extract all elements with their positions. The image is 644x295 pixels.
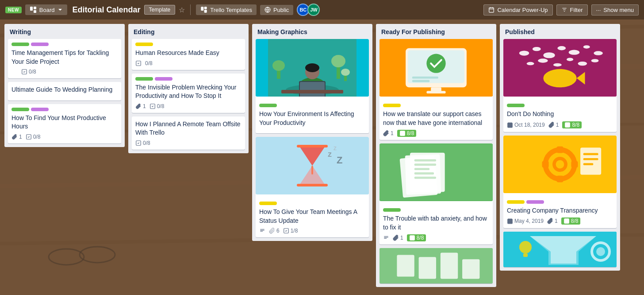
svg-point-28 (272, 60, 285, 71)
svg-rect-14 (204, 10, 207, 13)
card-pub2-date: May 4, 2019 (507, 218, 544, 224)
svg-rect-98 (556, 146, 563, 153)
column-ready-publishing-title: Ready For Publishing (381, 28, 445, 35)
filter-button[interactable]: Filter (556, 4, 588, 16)
card-mg2-title: How To Give Your Team Meetings A Status … (259, 208, 365, 225)
card-pub3[interactable] (503, 232, 617, 267)
card-rp3[interactable] (380, 248, 493, 283)
card-pub1-image (503, 39, 617, 97)
card-pub3-image (503, 232, 617, 267)
svg-rect-71 (441, 253, 458, 279)
svg-point-80 (594, 51, 603, 55)
svg-point-82 (538, 58, 548, 62)
column-editing-header: Editing (128, 24, 249, 39)
trello-templates-label: Trello Templates (210, 7, 252, 13)
svg-rect-100 (542, 161, 549, 167)
card-w3-labels (12, 108, 118, 111)
card-e2[interactable]: The Invisible Problem Wrecking Your Prod… (132, 74, 245, 113)
svg-rect-54 (412, 80, 429, 82)
card-mg2-desc (259, 228, 265, 234)
column-making-graphics-header: Making Graphics (252, 24, 372, 39)
trello-templates-button[interactable]: Trello Templates (196, 4, 257, 15)
public-button[interactable]: Public (260, 5, 293, 15)
card-w1-meta: 0/8 (12, 69, 118, 75)
card-pub2-checklist-complete: 8/8 (561, 217, 581, 225)
card-pub1-attachment: 1 (548, 122, 559, 128)
svg-rect-117 (523, 253, 528, 257)
card-rp1[interactable]: How we translate our support cases now t… (380, 39, 493, 140)
svg-rect-105 (583, 163, 594, 165)
card-mg2-labels (259, 202, 365, 205)
svg-point-75 (533, 47, 541, 51)
label-green-rp2 (383, 208, 401, 212)
calendar-powerup-button[interactable]: Calendar Power-Up (483, 4, 552, 16)
svg-rect-70 (419, 257, 436, 279)
avatar-group: BC JW (299, 4, 320, 16)
card-pub1-labels (507, 104, 613, 107)
label-yellow-rp1 (383, 104, 401, 107)
card-w3-attachment: 1 (12, 134, 22, 140)
svg-rect-102 (580, 148, 601, 175)
svg-point-115 (596, 247, 605, 256)
card-mg2-checklist: 1/8 (283, 228, 298, 234)
svg-point-84 (567, 58, 573, 61)
card-e1[interactable]: Human Resources Made Easy 0/8 (132, 39, 245, 70)
card-e1-title: Human Resources Made Easy (135, 49, 242, 58)
card-mg2[interactable]: z z Z How To Give Your Team Meetings A S… (256, 137, 369, 237)
column-published-cards: Don't Do Nothing Oct 18, 2019 1 8/8 (500, 39, 620, 271)
card-e2-meta: 1 0/8 (135, 103, 242, 109)
card-pub2[interactable]: Creating Company Transparency May 4, 201… (503, 136, 617, 229)
label-green-pub1 (507, 104, 525, 107)
card-e2-attachment: 1 (135, 103, 146, 109)
board-label: Board (39, 7, 55, 13)
card-rp2-labels (383, 208, 489, 212)
svg-point-32 (341, 69, 350, 76)
card-e2-title: The Invisible Problem Wrecking Your Prod… (135, 83, 242, 101)
svg-rect-53 (412, 77, 438, 79)
svg-rect-104 (583, 158, 598, 160)
svg-point-79 (583, 45, 590, 49)
card-mg2-image: z z Z (256, 137, 369, 194)
card-rp2[interactable]: The Trouble with tab anxiety, and how to… (380, 144, 493, 245)
card-pub2-image (503, 136, 617, 193)
svg-rect-89 (508, 123, 513, 128)
svg-rect-38 (281, 90, 343, 93)
card-w3[interactable]: How To Find Your Most Productive Hours 1… (8, 104, 121, 144)
card-pub1-checklist-complete: 8/8 (562, 121, 582, 128)
card-rp2-image (380, 144, 493, 201)
card-pub2-meta: May 4, 2019 1 8/8 (507, 217, 613, 225)
card-w2[interactable]: Ultimate Guide To Wedding Planning (8, 82, 121, 101)
app-header: NEW Board Editorial Calendar Template ☆ … (0, 0, 644, 19)
card-e3[interactable]: How I Planned A Remote Team Offsite With… (132, 116, 245, 150)
card-e1-desc (135, 60, 142, 66)
svg-rect-10 (34, 7, 36, 9)
star-button[interactable]: ☆ (179, 6, 185, 14)
label-purple-w3 (31, 108, 49, 111)
svg-point-85 (578, 62, 587, 66)
svg-point-52 (426, 54, 445, 73)
card-mg1[interactable]: How Your Environment Is Affecting Your P… (256, 39, 369, 133)
svg-rect-72 (462, 260, 479, 279)
svg-rect-62 (414, 159, 436, 162)
card-pub2-labels (507, 200, 613, 204)
card-w1[interactable]: Time Management Tips for Tackling Your S… (8, 39, 121, 78)
show-menu-button[interactable]: ··· Show menu (591, 4, 639, 16)
card-pub1[interactable]: Don't Do Nothing Oct 18, 2019 1 8/8 (503, 39, 617, 132)
svg-rect-37 (300, 82, 325, 97)
card-rp1-image (380, 39, 493, 97)
label-green-e2 (135, 77, 153, 81)
card-mg2-meta: 6 1/8 (259, 228, 365, 234)
svg-rect-66 (414, 177, 436, 179)
card-e2-checklist: 0/8 (150, 103, 165, 109)
column-making-graphics-title: Making Graphics (257, 28, 307, 35)
svg-point-74 (519, 50, 529, 55)
template-badge[interactable]: Template (144, 5, 176, 15)
card-e3-title: How I Planned A Remote Team Offsite With… (135, 120, 242, 137)
avatar-jw[interactable]: JW (307, 4, 320, 16)
board-button[interactable]: Board (25, 4, 67, 15)
card-w3-meta: 1 0/8 (12, 134, 118, 140)
card-pub2-attachment: 1 (547, 218, 558, 224)
svg-rect-99 (556, 175, 563, 182)
card-rp1-title: How we translate our support cases now t… (383, 110, 489, 127)
card-w1-title: Time Management Tips for Tackling Your S… (12, 49, 118, 66)
